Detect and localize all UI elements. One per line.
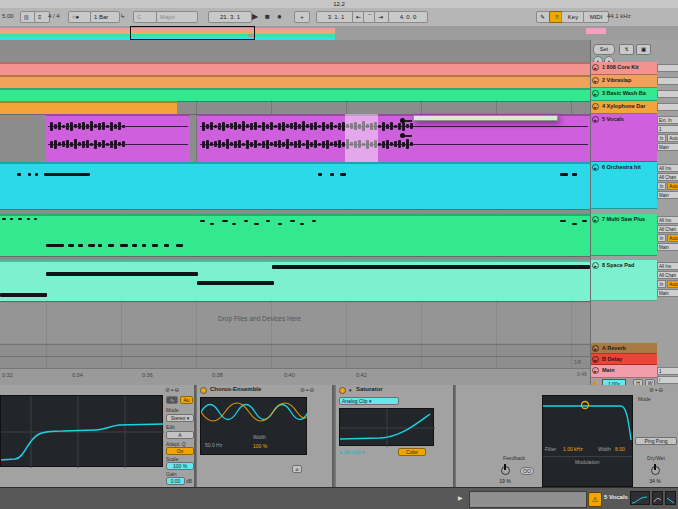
track-fold-icon[interactable]: ▸ bbox=[592, 345, 599, 352]
arrangement-clip[interactable] bbox=[0, 75, 590, 88]
delay-feedback-knob[interactable] bbox=[498, 463, 512, 477]
io-mini[interactable] bbox=[657, 90, 678, 98]
track-fold-icon[interactable]: ▸ bbox=[592, 90, 599, 97]
automation-mode-icon[interactable]: ↯ bbox=[619, 44, 634, 55]
eq-view-toggle[interactable]: ∿ bbox=[166, 396, 178, 404]
io-channel[interactable]: 1 bbox=[657, 125, 678, 133]
io-mini[interactable] bbox=[657, 77, 678, 85]
delay-infinite-toggle[interactable]: OO bbox=[520, 467, 534, 475]
time-ruler[interactable]: 0:320:340:360:380:400:42 bbox=[0, 368, 590, 386]
track-header[interactable]: ▸8 Space Pad bbox=[591, 260, 657, 301]
io-monitor-auto[interactable]: Auto bbox=[667, 280, 678, 288]
eq-gain-field[interactable]: 0.00 bbox=[166, 477, 185, 485]
io-channel[interactable]: All Chan bbox=[657, 225, 678, 233]
eq-curve-display[interactable] bbox=[0, 395, 163, 467]
arrangement-clip[interactable] bbox=[46, 114, 190, 162]
track-lane[interactable] bbox=[0, 162, 590, 210]
arrangement-clip[interactable] bbox=[0, 101, 177, 114]
eq-edit-button[interactable]: A bbox=[166, 431, 194, 439]
return-header[interactable]: ▸B Delay bbox=[591, 354, 657, 365]
arrangement-position[interactable]: 21. 3. 1 bbox=[208, 11, 252, 23]
track-header[interactable]: ▸4 Xylophone Dar bbox=[591, 101, 657, 114]
loop-length-field[interactable]: 4. 0. 0 bbox=[388, 11, 428, 23]
track-fold-icon[interactable]: ▸ bbox=[592, 367, 599, 374]
track-header[interactable]: ▸2 Vibraslap bbox=[591, 75, 657, 88]
io-output[interactable]: Main bbox=[657, 191, 678, 199]
lock-envelopes-icon[interactable]: ▣ bbox=[636, 44, 651, 55]
delay-drywet-value[interactable]: 34 % bbox=[646, 478, 664, 484]
midi-map-button[interactable]: MIDI bbox=[583, 11, 609, 23]
track-lane[interactable] bbox=[0, 62, 590, 76]
track-header[interactable]: ▸7 Multi Saw Plus bbox=[591, 214, 657, 256]
device-title[interactable]: Saturator bbox=[356, 386, 383, 392]
io-external-in[interactable]: All Ins bbox=[657, 164, 678, 172]
track-fold-icon[interactable]: ▸ bbox=[592, 103, 599, 110]
eq-mode-select[interactable]: Stereo ▾ bbox=[166, 414, 194, 422]
io-external-in[interactable]: All Ins bbox=[657, 262, 678, 270]
arrangement-clip[interactable] bbox=[0, 162, 590, 209]
eq-audition-button[interactable]: Au bbox=[180, 396, 193, 404]
stop-button[interactable]: ■ bbox=[265, 11, 270, 21]
io-mini[interactable] bbox=[657, 103, 678, 111]
key-map-button[interactable]: Key bbox=[561, 11, 585, 23]
io-output[interactable]: Main bbox=[657, 243, 678, 251]
io-mini[interactable] bbox=[657, 64, 678, 72]
saturator-curve-select[interactable]: Analog Clip ▾ bbox=[339, 397, 399, 405]
io-external-in[interactable]: All Ins bbox=[657, 216, 678, 224]
time-signature[interactable]: 4 / 4 bbox=[48, 11, 60, 21]
quantize-menu[interactable]: 1 Bar bbox=[90, 11, 120, 23]
saturator-color-toggle[interactable]: Color bbox=[398, 448, 426, 456]
chorus-hz-value[interactable]: 50.0 Hz bbox=[205, 442, 222, 448]
device-thumbnail[interactable] bbox=[652, 491, 663, 505]
delay-width-value[interactable]: 8.00 bbox=[615, 446, 625, 452]
selected-clip-region[interactable] bbox=[345, 114, 378, 162]
overview-viewport[interactable] bbox=[130, 26, 255, 40]
device-thumbnail[interactable] bbox=[630, 491, 650, 505]
device-on-led[interactable] bbox=[339, 387, 346, 394]
device-header-icons[interactable]: ⊘▪⊖ bbox=[300, 386, 315, 393]
device-on-led[interactable] bbox=[200, 387, 207, 394]
eq-adapt-toggle[interactable]: On bbox=[166, 447, 194, 455]
track-lane[interactable] bbox=[0, 75, 590, 89]
track-fold-icon[interactable]: ▸ bbox=[592, 262, 599, 269]
track-header[interactable]: ▸3 Basic Wash Ba bbox=[591, 88, 657, 101]
count-in-icon[interactable]: ○● bbox=[68, 11, 92, 23]
chorus-display[interactable]: 50.0 Hz Width 100 % bbox=[200, 397, 307, 455]
clip-play-icon[interactable]: ▶ bbox=[458, 494, 463, 501]
chorus-phase-button[interactable]: ⌀ bbox=[292, 465, 302, 473]
saturator-curve-display[interactable] bbox=[339, 408, 434, 446]
delay-pingpong-button[interactable]: Ping Pong bbox=[635, 437, 677, 445]
io-monitor-in[interactable]: In bbox=[657, 280, 666, 288]
drop-area[interactable]: Drop Files and Devices Here bbox=[0, 303, 590, 343]
clip-overview[interactable] bbox=[469, 491, 587, 508]
return-header[interactable]: ▸A Reverb bbox=[591, 343, 657, 354]
io-external-in[interactable]: Ext. In bbox=[657, 116, 678, 124]
saturator-softclip-select[interactable]: ▸ No Clip ▾ bbox=[340, 449, 364, 455]
delay-feedback-value[interactable]: 19 % bbox=[496, 478, 514, 484]
io-output[interactable]: Main bbox=[657, 143, 678, 151]
track-header[interactable]: ▸6 Orchestra hit bbox=[591, 162, 657, 209]
key-scale-select[interactable]: Major bbox=[156, 11, 198, 23]
track-lane[interactable] bbox=[0, 260, 590, 302]
return-header[interactable]: ▸Main bbox=[591, 365, 657, 378]
play-button[interactable]: ▶ bbox=[252, 11, 258, 21]
io-output[interactable]: Main bbox=[657, 289, 678, 297]
loop-start-field[interactable]: 3. 1. 1 bbox=[316, 11, 356, 23]
arrangement-clip[interactable] bbox=[0, 62, 590, 75]
device-thumbnail[interactable] bbox=[665, 491, 676, 505]
track-lane[interactable] bbox=[0, 101, 590, 115]
delay-display[interactable]: Filter 1.00 kHz Width 8.00 Modulation bbox=[542, 395, 633, 487]
device-title[interactable]: Chorus-Ensemble bbox=[210, 386, 261, 392]
fade-handle-dot[interactable] bbox=[400, 118, 405, 123]
follow-icon[interactable]: ↳ bbox=[120, 11, 125, 21]
track-lane[interactable] bbox=[0, 214, 590, 257]
fade-handle-dot[interactable] bbox=[400, 133, 405, 138]
delay-drywet-knob[interactable] bbox=[648, 463, 662, 477]
io-monitor-in[interactable]: In bbox=[657, 182, 666, 190]
track-fold-icon[interactable]: ▸ bbox=[592, 77, 599, 84]
device-fold-icon[interactable]: ▾ bbox=[349, 387, 352, 393]
track-lane[interactable] bbox=[0, 114, 590, 163]
io-channel[interactable]: / bbox=[657, 376, 678, 384]
track-header[interactable]: ▸1 808 Core Kit bbox=[591, 62, 657, 75]
io-monitor-in[interactable]: In bbox=[657, 234, 666, 242]
